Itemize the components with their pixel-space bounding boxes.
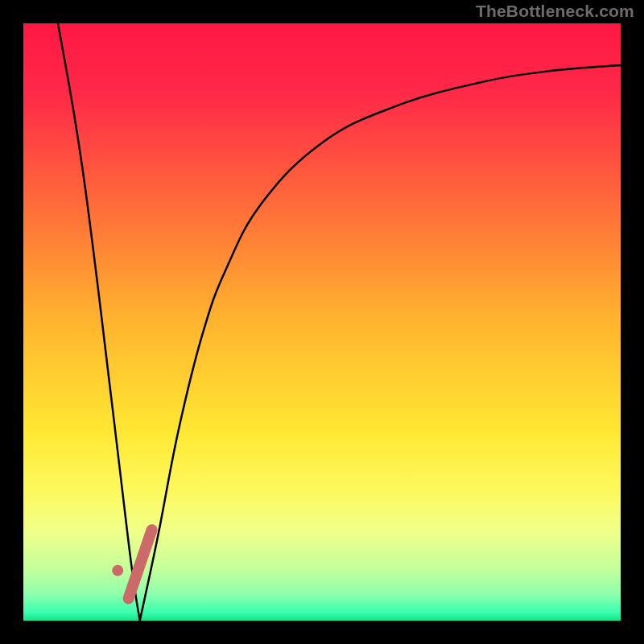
marker-dot — [112, 565, 123, 576]
bottleneck-chart — [0, 0, 644, 644]
plot-background — [23, 23, 621, 621]
